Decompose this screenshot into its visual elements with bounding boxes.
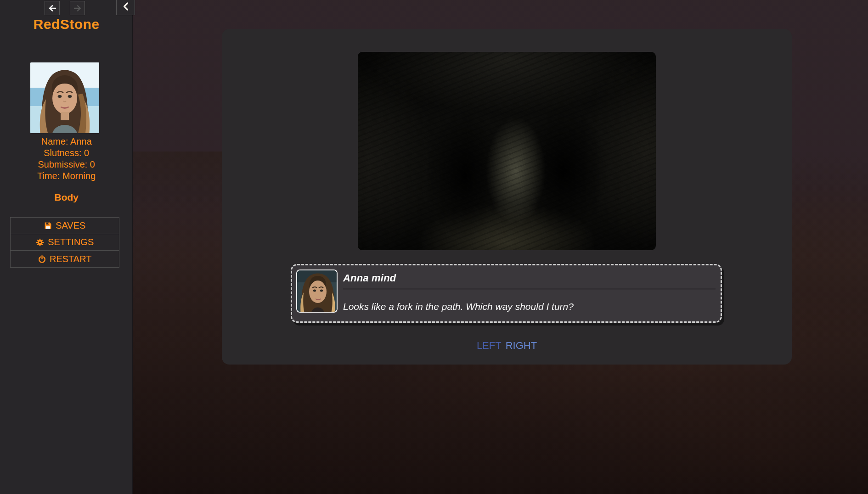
character-portrait — [30, 62, 99, 133]
menu-item-settings[interactable]: SETTINGS — [11, 234, 119, 251]
back-arrow-icon — [48, 5, 56, 12]
forward-arrow-icon — [73, 5, 82, 12]
sidebar: RedStone Name: Anna Slutness: 0 Submissi… — [0, 0, 133, 494]
menu-item-label: RESTART — [50, 254, 92, 264]
app-title: RedStone — [0, 17, 133, 32]
character-stats: Name: Anna Slutness: 0 Submissive: 0 Tim… — [0, 136, 133, 182]
dialog-text: Looks like a fork in the path. Which way… — [343, 301, 716, 312]
dialog-content: Anna mind Looks like a fork in the path.… — [343, 269, 716, 317]
stat-name: Name: Anna — [0, 136, 133, 147]
stat-submissive: Submissive: 0 — [0, 159, 133, 170]
menu-item-restart[interactable]: RESTART — [11, 251, 119, 267]
choice-links: LEFTRIGHT — [222, 340, 792, 352]
history-forward-button[interactable] — [70, 1, 85, 15]
choice-right-link[interactable]: RIGHT — [506, 340, 537, 351]
save-icon — [44, 222, 52, 230]
cave-rock-texture — [358, 52, 656, 250]
choice-left-link[interactable]: LEFT — [477, 340, 502, 351]
power-icon — [38, 255, 46, 263]
cave-fork-image — [358, 52, 656, 250]
passage-card: Anna mind Looks like a fork in the path.… — [222, 29, 792, 365]
menu-item-saves[interactable]: SAVES — [11, 218, 119, 234]
menu-item-label: SETTINGS — [48, 237, 94, 247]
menu-item-label: SAVES — [56, 220, 85, 231]
stat-slutness: Slutness: 0 — [0, 147, 133, 159]
body-link[interactable]: Body — [0, 192, 133, 203]
dialog-divider — [343, 289, 716, 289]
speaker-avatar — [296, 269, 338, 313]
gear-icon — [36, 238, 44, 247]
dialog-speaker: Anna mind — [343, 272, 716, 284]
stat-time: Time: Morning — [0, 170, 133, 182]
dialog-box: Anna mind Looks like a fork in the path.… — [291, 264, 722, 323]
chevron-left-icon — [122, 1, 130, 13]
history-back-button[interactable] — [45, 1, 60, 15]
sidebar-menu: SAVES SETTINGS — [10, 217, 119, 268]
sidebar-collapse-button[interactable] — [116, 0, 135, 15]
